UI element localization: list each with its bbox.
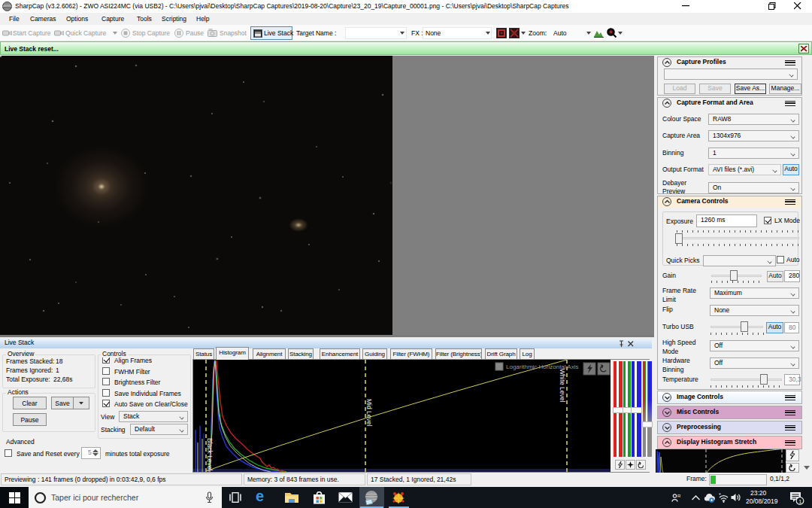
svg-text:Mid Level: Mid Level xyxy=(365,399,373,426)
svg-text:R: R xyxy=(677,494,681,498)
svg-text:White Level: White Level xyxy=(559,369,566,403)
svg-text:Black Level: Black Level xyxy=(206,438,214,471)
svg-text:Logarithmic Horizontal Axis: Logarithmic Horizontal Axis xyxy=(506,364,578,370)
svg-text:1: 1 xyxy=(798,498,801,505)
svg-text:*: * xyxy=(719,493,721,497)
